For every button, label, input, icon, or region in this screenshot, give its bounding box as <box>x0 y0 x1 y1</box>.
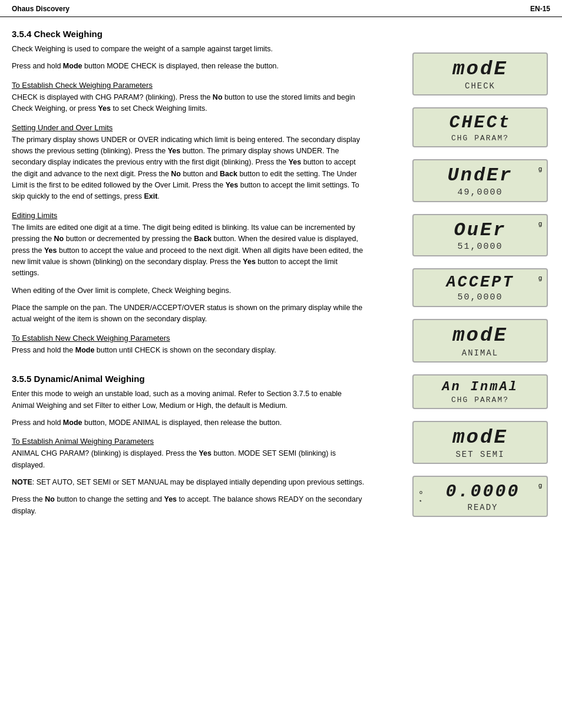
display-2: CHECtCHG PARAM? <box>412 107 548 147</box>
section-354-sub4-heading: To Establish New Check Weighing Paramete… <box>12 334 365 342</box>
display-4-unit: g <box>538 220 542 227</box>
display-1: modECHECK <box>412 52 548 95</box>
display-4: gOuEr51,0000 <box>412 214 548 256</box>
display-6-primary: modE <box>452 325 508 347</box>
header-left: Ohaus Discovery <box>12 5 70 13</box>
section-355-intro: Enter this mode to weigh an unstable loa… <box>12 388 365 411</box>
display-3-secondary: 49,0000 <box>457 187 503 197</box>
display-3-primary: UndEr <box>447 165 513 186</box>
text-column: 3.5.4 Check Weighing Check Weighing is u… <box>12 29 377 523</box>
display-8: modESET SEMI <box>412 421 548 464</box>
display-7-secondary: CHG PARAM? <box>451 396 509 404</box>
display-1-primary: modE <box>452 58 508 80</box>
display-5: gACCEPT50,0000 <box>412 268 548 308</box>
display-9: go*0.0000READY <box>412 476 548 517</box>
display-1-secondary: CHECK <box>465 81 495 91</box>
section-354-para2: When editing of the Over limit is comple… <box>12 285 365 297</box>
display-9-unit: g <box>538 482 542 489</box>
display-8-secondary: SET SEMI <box>455 450 504 459</box>
display-2-primary: CHECt <box>449 113 511 133</box>
page: Ohaus Discovery EN-15 3.5.4 Check Weighi… <box>0 0 562 728</box>
section-355-para2: Press the No button to change the settin… <box>12 494 365 517</box>
display-5-secondary: 50,0000 <box>457 292 503 302</box>
page-content: 3.5.4 Check Weighing Check Weighing is u… <box>0 17 562 535</box>
display-9-secondary: READY <box>468 503 498 512</box>
section-354-sub1-heading: To Establish Check Weighing Parameters <box>12 81 365 90</box>
section-354-sub3-para: The limits are edited one digit at a tim… <box>12 222 365 279</box>
display-4-secondary: 51,0000 <box>457 242 503 252</box>
display-8-primary: modE <box>452 427 508 449</box>
section-354-sub4-para: Press and hold the Mode button until CHE… <box>12 345 365 356</box>
header-right: EN-15 <box>530 5 550 13</box>
section-355-heading: 3.5.5 Dynamic/Animal Weighing <box>12 374 365 384</box>
display-2-secondary: CHG PARAM? <box>451 134 509 143</box>
display-9-primary: 0.0000 <box>445 482 520 502</box>
display-6: modEANIMAL <box>412 319 548 362</box>
display-5-unit: g <box>538 274 542 281</box>
display-5-primary: ACCEPT <box>446 274 514 292</box>
section-355-para1: Press and hold Mode button, MODE ANIMAL … <box>12 417 365 429</box>
page-header: Ohaus Discovery EN-15 <box>0 0 562 17</box>
section-354-intro: Check Weighing is used to compare the we… <box>12 44 365 55</box>
section-354-para1: Press and hold Mode button MODE CHECK is… <box>12 61 365 72</box>
display-3: gUndEr49,0000 <box>412 159 548 202</box>
section-354-sub1-para: CHECK is displayed with CHG PARAM? (blin… <box>12 92 365 115</box>
display-7: An InmAlCHG PARAM? <box>412 374 548 409</box>
display-3-unit: g <box>538 165 542 172</box>
section-354-sub2-para: The primary display shows UNDER or OVER … <box>12 134 365 203</box>
section-354-heading: 3.5.4 Check Weighing <box>12 29 365 39</box>
section-354-sub3-heading: Editing Limits <box>12 211 365 220</box>
section-355-note: NOTE: SET AUTO, SET SEMI or SET MANUAL m… <box>12 477 365 488</box>
display-6-secondary: ANIMAL <box>462 348 498 358</box>
display-7-primary: An InmAl <box>442 380 518 394</box>
section-354-sub2-heading: Setting Under and Over Lmits <box>12 123 365 132</box>
display-4-primary: OuEr <box>454 220 507 241</box>
section-354-para3: Place the sample on the pan. The UNDER/A… <box>12 302 365 325</box>
section-355-sub1-heading: To Establish Animal Weighing Parameters <box>12 437 365 446</box>
display-column: modECHECKCHECtCHG PARAM?gUndEr49,0000gOu… <box>377 29 548 523</box>
section-355-sub1-para: ANIMAL CHG PARAM? (blinking) is displaye… <box>12 448 365 471</box>
